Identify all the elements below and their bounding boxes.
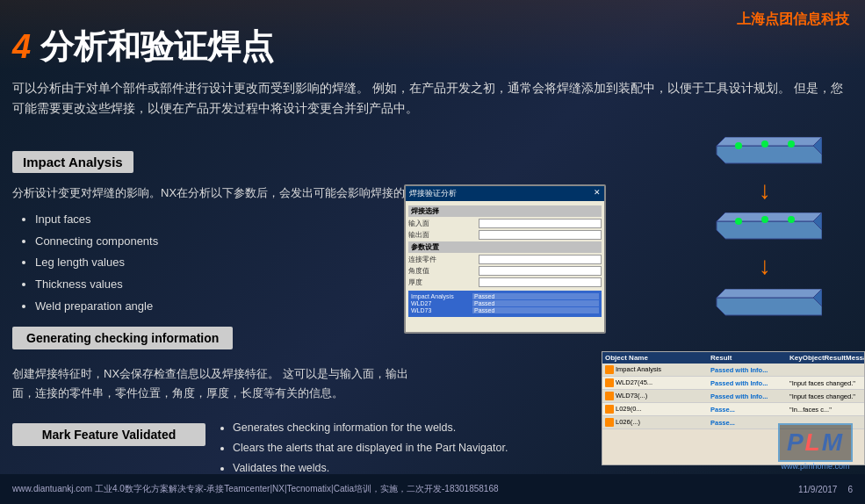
arrow-down-2: ↓	[759, 254, 771, 278]
plm-p: P	[787, 428, 805, 456]
row5-name: L026(...)	[605, 418, 710, 427]
row1-name: Impact Analysis	[605, 365, 710, 374]
result-row-1: Impact Analysis Passed with Info...	[602, 364, 864, 377]
row4-result: Passe...	[710, 406, 789, 414]
plate-group-top	[708, 137, 822, 168]
col-header-name: Object Name	[605, 354, 710, 362]
nx-dialog-screenshot: 焊接验证分析 ✕ 焊接选择 输入面 输出面 参数设置 连接零件 角度值	[404, 184, 606, 334]
intro-text: 可以分析由于对单个部件或部件进行设计更改而受到影响的焊缝。 例如，在产品开发之初…	[12, 79, 853, 119]
plm-logo-box: PLM	[778, 423, 853, 462]
plate-3d-top	[708, 137, 822, 168]
nx-blue-row-1: Impact Analysis Passed	[411, 293, 599, 299]
nx-row-4: 角度值	[408, 266, 602, 276]
footer-bar: www.diantuankj.com 工业4.0数字化方案解决专家-承接Team…	[0, 474, 865, 504]
row4-message: "In...faces c..."	[789, 406, 861, 414]
row3-result: Passed with Info...	[710, 392, 789, 400]
svg-point-3	[735, 142, 742, 149]
svg-point-9	[735, 218, 742, 225]
row4-name: L029(0...	[605, 405, 710, 414]
plate-3d-mid	[708, 212, 822, 243]
svg-marker-6	[717, 221, 822, 239]
plm-url: www.plmhome.com	[781, 462, 849, 471]
result-row-4: L029(0... Passe... "In...faces c..."	[602, 403, 864, 416]
bullet-connecting: Connecting components	[35, 231, 158, 253]
result-table-header: Object Name Result KeyObjectResultMessag…	[602, 352, 864, 364]
impact-bullet-list: Input faces Connecting components Leg le…	[26, 209, 158, 317]
mark-feature-label: Mark Feature Validated	[12, 423, 205, 446]
col-header-message: KeyObjectResultMessage	[789, 354, 865, 362]
nx-row-2: 输出面	[408, 230, 602, 240]
slide-title: 4 分析和验证焊点	[12, 25, 274, 69]
nx-blue-row-2: WLD27 Passed	[411, 300, 599, 306]
plate-group-bot	[708, 289, 822, 320]
nx-dialog-body: 焊接选择 输入面 输出面 参数设置 连接零件 角度值 厚度	[406, 201, 604, 333]
nx-row-1: 输入面	[408, 219, 602, 228]
nx-row-3: 连接零件	[408, 255, 602, 264]
plate-3d-bot	[708, 289, 822, 320]
bullet-leg-length: Leg length values	[35, 252, 158, 274]
slide-container: 上海点团信息科技 4 分析和验证焊点 可以分析由于对单个部件或部件进行设计更改而…	[0, 0, 865, 504]
bullet-input-faces: Input faces	[35, 209, 158, 231]
slide-title-text: 分析和验证焊点	[31, 28, 274, 65]
nx-dialog-close: ✕	[594, 188, 601, 199]
nx-dialog-titlebar: 焊接验证分析 ✕	[406, 186, 604, 201]
nx-section-2: 参数设置	[408, 241, 602, 253]
svg-marker-0	[717, 146, 822, 163]
svg-point-5	[788, 140, 795, 148]
svg-point-10	[761, 216, 768, 223]
svg-marker-1	[717, 137, 822, 146]
plm-watermark: PLM www.plmhome.com	[778, 423, 853, 471]
svg-marker-7	[717, 212, 822, 221]
slide-number: 4	[12, 28, 31, 65]
brand-name: 上海点团信息科技	[737, 11, 849, 29]
plm-l: L	[805, 428, 822, 456]
row3-message: "Input faces changed."	[789, 392, 861, 400]
svg-point-11	[788, 216, 795, 223]
right-illustration: ↓ ↓	[677, 132, 853, 325]
nx-blue-section: Impact Analysis Passed WLD27 Passed WLD7…	[408, 291, 602, 317]
footer-right: 11/9/2017 6	[798, 485, 853, 494]
row3-name: WLD73(...)	[605, 392, 710, 400]
row2-result: Passed with Info...	[710, 379, 789, 387]
generating-desc: 创建焊接特征时，NX会保存检查信息以及焊接特征。 这可以是与输入面，输出面，连接…	[12, 364, 425, 403]
bullet-thickness: Thickness values	[35, 274, 158, 296]
nx-section-1: 焊接选择	[408, 205, 602, 217]
row2-message: "Input faces changed."	[789, 379, 861, 387]
impact-analysis-label: Impact Analysis	[12, 151, 133, 173]
bullet-weld-prep: Weld preparation angle	[35, 296, 158, 318]
row1-result: Passed with Info...	[710, 366, 789, 374]
result-row-2: WLD27(45... Passed with Info... "Input f…	[602, 377, 864, 390]
nx-blue-row-3: WLD73 Passed	[411, 307, 599, 313]
mark-feature-bullets: Generates checking information for the w…	[220, 418, 508, 479]
svg-marker-12	[717, 298, 822, 315]
svg-point-4	[761, 140, 768, 148]
generating-label: Generating checking information	[12, 327, 233, 349]
footer-page: 6	[847, 485, 853, 494]
footer-website: www.diantuankj.com 工业4.0数字化方案解决专家-承接Team…	[12, 483, 499, 495]
nx-dialog-title: 焊接验证分析	[409, 188, 457, 199]
nx-row-5: 厚度	[408, 277, 602, 287]
plm-m: M	[822, 428, 844, 456]
svg-marker-13	[717, 289, 822, 298]
mf-bullet-1: Generates checking information for the w…	[233, 418, 508, 438]
plate-group-mid	[708, 212, 822, 243]
mf-bullet-2: Clears the alerts that are displayed in …	[233, 438, 508, 458]
arrow-down-1: ↓	[759, 178, 771, 203]
col-header-result: Result	[710, 354, 789, 362]
plm-letters: PLM	[787, 428, 844, 457]
footer-date: 11/9/2017	[798, 485, 838, 494]
result-row-3: WLD73(...) Passed with Info... "Input fa…	[602, 390, 864, 403]
row2-name: WLD27(45...	[605, 378, 710, 387]
